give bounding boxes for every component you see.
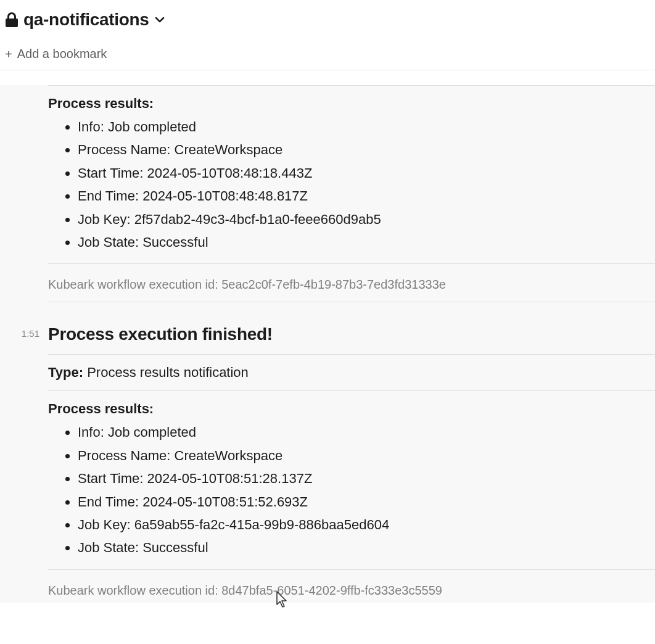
list-item: Info: Job completed — [78, 421, 655, 444]
add-bookmark-label: Add a bookmark — [17, 47, 107, 61]
lock-icon — [5, 12, 19, 27]
process-results-list: Info: Job completed Process Name: Create… — [48, 421, 655, 559]
list-item: Job State: Successful — [78, 231, 655, 254]
process-results-label: Process results: — [48, 96, 655, 112]
channel-name: qa-notifications — [23, 10, 149, 30]
channel-header: qa-notifications + Add a bookmark — [0, 0, 655, 70]
message-heading: Process execution finished! — [48, 324, 655, 344]
workflow-execution-footer: Kubeark workflow execution id: 5eac2c0f-… — [48, 264, 655, 297]
type-label: Type: — [48, 365, 83, 380]
type-row: Type: Process results notification — [48, 355, 655, 381]
list-item: Process Name: CreateWorkspace — [78, 444, 655, 467]
process-results-list: Info: Job completed Process Name: Create… — [48, 115, 655, 254]
list-item: End Time: 2024-05-10T08:48:48.817Z — [78, 184, 655, 207]
list-item: Job State: Successful — [78, 536, 655, 559]
list-item: Process Name: CreateWorkspace — [78, 138, 655, 161]
message-item: Process results: Info: Job completed Pro… — [0, 85, 655, 302]
message-timestamp[interactable]: 1:51 — [0, 324, 48, 339]
chevron-down-icon — [154, 14, 165, 25]
list-item: Job Key: 2f57dab2-49c3-4bcf-b1a0-feee660… — [78, 208, 655, 231]
type-value: Process results notification — [87, 365, 249, 380]
list-item: Job Key: 6a59ab55-fa2c-415a-99b9-886baa5… — [78, 513, 655, 536]
list-item: Start Time: 2024-05-10T08:51:28.137Z — [78, 467, 655, 490]
channel-title-button[interactable]: qa-notifications — [5, 10, 650, 30]
header-divider — [0, 70, 655, 70]
message-list: Process results: Info: Job completed Pro… — [0, 85, 655, 603]
list-item: End Time: 2024-05-10T08:51:52.693Z — [78, 490, 655, 513]
message-item: 1:51 Process execution finished! Type: P… — [0, 324, 655, 602]
process-results-label: Process results: — [48, 401, 655, 417]
workflow-execution-footer: Kubeark workflow execution id: 8d47bfa5-… — [48, 570, 655, 603]
add-bookmark-button[interactable]: + Add a bookmark — [5, 47, 650, 70]
list-item: Info: Job completed — [78, 115, 655, 138]
list-item: Start Time: 2024-05-10T08:48:18.443Z — [78, 162, 655, 184]
plus-icon: + — [5, 48, 12, 60]
